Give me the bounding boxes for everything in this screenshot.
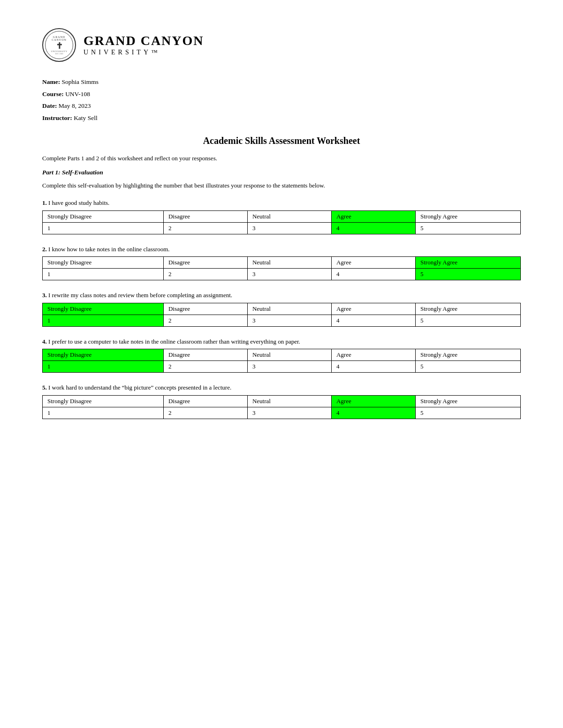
question-4: 4. I prefer to use a computer to take no… bbox=[42, 337, 521, 373]
question-1: 1. I have good study habits.Strongly Dis… bbox=[42, 198, 521, 234]
question-5-table: Strongly DisagreeDisagreeNeutralAgreeStr… bbox=[42, 395, 521, 419]
q4-header-0: Strongly Disagree bbox=[43, 349, 164, 361]
name-field: Name: Sophia Simms bbox=[42, 76, 521, 88]
q2-header-2: Neutral bbox=[247, 257, 331, 269]
q5-value-2: 3 bbox=[247, 407, 331, 419]
q4-header-1: Disagree bbox=[163, 349, 247, 361]
date-field: Date: May 8, 2023 bbox=[42, 100, 521, 112]
q1-header-4: Strongly Agree bbox=[415, 210, 520, 222]
question-2-table: Strongly DisagreeDisagreeNeutralAgreeStr… bbox=[42, 256, 521, 280]
part1: Part 1: Self-Evaluation Complete this se… bbox=[42, 169, 521, 419]
q4-value-0: 1 bbox=[43, 361, 164, 373]
course-field: Course: UNV-108 bbox=[42, 88, 521, 100]
q2-header-4: Strongly Agree bbox=[415, 257, 520, 269]
q5-value-0: 1 bbox=[43, 407, 164, 419]
q2-header-0: Strongly Disagree bbox=[43, 257, 164, 269]
q1-value-3: 4 bbox=[331, 222, 415, 234]
q2-value-3: 4 bbox=[331, 269, 415, 280]
q5-header-4: Strongly Agree bbox=[415, 395, 520, 407]
meta-info: Name: Sophia Simms Course: UNV-108 Date:… bbox=[42, 76, 521, 124]
course-label: Course: bbox=[42, 90, 64, 98]
q5-value-3: 4 bbox=[331, 407, 415, 419]
question-1-text: 1. I have good study habits. bbox=[42, 198, 521, 208]
date-value: May 8, 2023 bbox=[59, 102, 91, 109]
q3-header-1: Disagree bbox=[163, 303, 247, 315]
part1-instruction: Complete this self-evaluation by highlig… bbox=[42, 181, 521, 190]
q5-header-3: Agree bbox=[331, 395, 415, 407]
part1-heading: Part 1: Self-Evaluation bbox=[42, 169, 521, 176]
q5-value-4: 5 bbox=[415, 407, 520, 419]
q3-header-3: Agree bbox=[331, 303, 415, 315]
page-title: Academic Skills Assessment Worksheet bbox=[42, 135, 521, 146]
question-1-table: Strongly DisagreeDisagreeNeutralAgreeStr… bbox=[42, 210, 521, 234]
date-label: Date: bbox=[42, 102, 57, 109]
q5-header-0: Strongly Disagree bbox=[43, 395, 164, 407]
q1-value-0: 1 bbox=[43, 222, 164, 234]
q2-header-3: Agree bbox=[331, 257, 415, 269]
question-4-text: 4. I prefer to use a computer to take no… bbox=[42, 337, 521, 346]
q4-value-2: 3 bbox=[247, 361, 331, 373]
q1-value-1: 2 bbox=[163, 222, 247, 234]
name-value: Sophia Simms bbox=[62, 78, 99, 85]
q1-value-2: 3 bbox=[247, 222, 331, 234]
q1-header-1: Disagree bbox=[163, 210, 247, 222]
course-value: UNV-108 bbox=[65, 90, 90, 98]
q2-value-2: 3 bbox=[247, 269, 331, 280]
main-instruction: Complete Parts 1 and 2 of this worksheet… bbox=[42, 155, 521, 162]
q4-value-3: 4 bbox=[331, 361, 415, 373]
name-label: Name: bbox=[42, 78, 60, 85]
q4-value-4: 5 bbox=[415, 361, 520, 373]
question-5-text: 5. I work hard to understand the “big pi… bbox=[42, 383, 521, 392]
questions-container: 1. I have good study habits.Strongly Dis… bbox=[42, 198, 521, 419]
q1-header-3: Agree bbox=[331, 210, 415, 222]
question-5: 5. I work hard to understand the “big pi… bbox=[42, 383, 521, 419]
university-name-line2: UNIVERSITY™ bbox=[84, 49, 204, 56]
q1-header-2: Neutral bbox=[247, 210, 331, 222]
q4-header-2: Neutral bbox=[247, 349, 331, 361]
q5-value-1: 2 bbox=[163, 407, 247, 419]
q4-header-3: Agree bbox=[331, 349, 415, 361]
q2-value-1: 2 bbox=[163, 269, 247, 280]
question-3-text: 3. I rewrite my class notes and review t… bbox=[42, 291, 521, 300]
q3-value-1: 2 bbox=[163, 315, 247, 326]
q2-value-0: 1 bbox=[43, 269, 164, 280]
question-3-table: Strongly DisagreeDisagreeNeutralAgreeStr… bbox=[42, 303, 521, 327]
q5-header-2: Neutral bbox=[247, 395, 331, 407]
q4-value-1: 2 bbox=[163, 361, 247, 373]
university-name-line1: GRAND CANYON bbox=[84, 34, 204, 48]
header: GRAND CANYON ✝ UNIVERSITY EST. 1949 GRAN… bbox=[42, 28, 521, 62]
instructor-label: Instructor: bbox=[42, 114, 72, 121]
q4-header-4: Strongly Agree bbox=[415, 349, 520, 361]
q3-value-3: 4 bbox=[331, 315, 415, 326]
q1-value-4: 5 bbox=[415, 222, 520, 234]
q2-value-4: 5 bbox=[415, 269, 520, 280]
q3-header-2: Neutral bbox=[247, 303, 331, 315]
question-2: 2. I know how to take notes in the onlin… bbox=[42, 245, 521, 281]
instructor-value: Katy Sell bbox=[74, 114, 98, 121]
q3-header-0: Strongly Disagree bbox=[43, 303, 164, 315]
q3-header-4: Strongly Agree bbox=[415, 303, 520, 315]
q5-header-1: Disagree bbox=[163, 395, 247, 407]
q3-value-2: 3 bbox=[247, 315, 331, 326]
university-logo: GRAND CANYON ✝ UNIVERSITY EST. 1949 bbox=[42, 28, 76, 62]
q1-header-0: Strongly Disagree bbox=[43, 210, 164, 222]
question-4-table: Strongly DisagreeDisagreeNeutralAgreeStr… bbox=[42, 349, 521, 373]
q2-header-1: Disagree bbox=[163, 257, 247, 269]
instructor-field: Instructor: Katy Sell bbox=[42, 112, 521, 124]
q3-value-0: 1 bbox=[43, 315, 164, 326]
q3-value-4: 5 bbox=[415, 315, 520, 326]
question-3: 3. I rewrite my class notes and review t… bbox=[42, 291, 521, 327]
question-2-text: 2. I know how to take notes in the onlin… bbox=[42, 245, 521, 254]
university-name: GRAND CANYON UNIVERSITY™ bbox=[84, 34, 204, 57]
